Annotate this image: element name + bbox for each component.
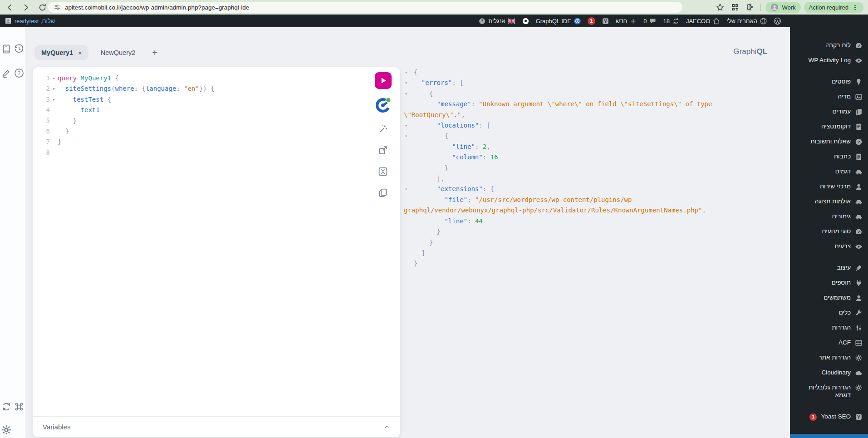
adminbar-item-notification[interactable]: 1 <box>584 15 598 27</box>
sidebar-item-label: כלים <box>839 309 851 317</box>
sidebar-item-label: הגדרות גלובליות דוגמא <box>794 384 851 399</box>
fold-toggle-icon[interactable]: ▾ <box>50 73 58 84</box>
response-line: "message": "Unknown argument \"where\" o… <box>404 99 721 120</box>
close-tab-icon[interactable]: × <box>78 49 82 56</box>
extensions-puzzle-icon[interactable] <box>744 1 756 13</box>
reload-button[interactable] <box>36 1 49 14</box>
variables-section-toggle[interactable]: Variables <box>33 416 400 437</box>
query-tabs: MyQuery1×NewQuery2 + <box>34 45 160 60</box>
sidebar-item-faq[interactable]: ?שאלות ותשובות <box>790 134 868 149</box>
sidebar-item-users[interactable]: משתמשים <box>790 290 868 305</box>
response-line: "file": "/usr/src/wordpress/wp-content/p… <box>404 195 721 216</box>
adminbar-item-my-sites[interactable]: האתרים שלי <box>723 15 770 27</box>
fold-toggle-icon[interactable]: ▾ <box>50 94 58 105</box>
adminbar-item-wordpress-logo[interactable] <box>770 15 785 27</box>
sidebar-item-yoast-seo[interactable]: Yoast SEO1 <box>790 409 868 424</box>
greeting-label: שלום, readytest <box>15 18 55 25</box>
adminbar-item-updates[interactable]: 18 <box>660 15 682 27</box>
back-button[interactable] <box>4 1 16 14</box>
sidebar-item-dashboard[interactable]: לוח בקרה <box>790 38 868 53</box>
help-button[interactable]: ? <box>13 67 25 79</box>
fold-toggle-icon[interactable]: ▾ <box>405 67 407 78</box>
sidebar-item-settings[interactable]: הגדרות <box>790 320 868 335</box>
sidebar-item-service-centers[interactable]: מרכזי שירות <box>790 179 868 194</box>
adminbar-item-site-name[interactable]: JAECOO <box>683 15 723 27</box>
sidebar-item-documentation[interactable]: דוקומנטציה <box>790 119 868 134</box>
fold-spacer <box>50 116 58 126</box>
sidebar-item-wp-activity-log[interactable]: WP Activity Log <box>790 53 868 68</box>
sidebar-item-cloudinary[interactable]: Cloudinary <box>790 365 868 380</box>
execute-query-button[interactable] <box>375 72 392 89</box>
sidebar-item-tools[interactable]: כלים <box>790 305 868 320</box>
forward-button[interactable] <box>20 1 33 14</box>
copy-query-button[interactable] <box>378 187 388 198</box>
prettify-button[interactable] <box>378 123 388 134</box>
merge-fragments-button[interactable] <box>378 166 388 177</box>
editor-toolbar <box>374 72 392 209</box>
site-settings-tune-icon[interactable] <box>54 4 61 11</box>
current-menu-item-highlight[interactable] <box>790 434 868 438</box>
sidebar-item-label: ACF <box>839 339 851 347</box>
bookmark-star-icon[interactable] <box>714 1 726 13</box>
sidebar-item-plugins[interactable]: תוספים <box>790 276 868 290</box>
sidebar-item-trims[interactable]: גימורים <box>790 209 868 224</box>
fold-toggle-icon[interactable]: ▾ <box>405 120 407 131</box>
tab-NewQuery2[interactable]: NewQuery2 <box>94 45 142 60</box>
adminbar-item-new-content[interactable]: חדש <box>613 15 640 27</box>
fold-toggle-icon[interactable]: ▾ <box>405 131 407 141</box>
sidebar-item-articles[interactable]: כתבות <box>790 149 868 164</box>
sidebar-item-colors[interactable]: צבעים <box>790 239 868 254</box>
response-text: "message": "Unknown argument \"where\" o… <box>404 99 721 120</box>
qr-extension-icon[interactable] <box>729 1 741 13</box>
adminbar-item-query-monitor[interactable] <box>519 15 533 27</box>
fold-toggle-icon[interactable]: ▾ <box>405 184 407 194</box>
query-editor[interactable]: 1▾query MyQuery1 {2▾ siteSettings(where:… <box>37 73 368 158</box>
code-line: 7} <box>37 137 368 147</box>
auth-toggle-button[interactable] <box>374 97 392 114</box>
fold-toggle-icon[interactable]: ▾ <box>50 84 58 94</box>
response-text: "column": 16 <box>404 152 721 162</box>
car-icon <box>855 168 863 176</box>
adminbar-item-language[interactable]: אנגלית? <box>475 15 518 27</box>
share-query-button[interactable] <box>378 145 388 156</box>
edit-button[interactable] <box>0 67 13 79</box>
updates-label: 18 <box>663 18 669 25</box>
url-bar[interactable]: apitest.colmobil.co.il/jaecoo/wp-admin/a… <box>48 2 682 13</box>
line-number: 6 <box>37 126 50 137</box>
sidebar-item-pages[interactable]: עמודים <box>790 104 868 119</box>
docs-button[interactable] <box>0 43 13 55</box>
history-button[interactable] <box>13 43 25 55</box>
add-tab-button[interactable]: + <box>149 48 160 58</box>
admin-menu-items: לוח בקרהWP Activity Logפוסטיםמדיהעמודיםד… <box>790 27 868 424</box>
fold-toggle-icon[interactable]: ▾ <box>405 78 407 88</box>
adminbar-item-comments[interactable]: 0 <box>640 15 660 27</box>
profile-chip[interactable]: Work <box>765 2 800 13</box>
keyboard-shortcuts-button[interactable] <box>13 400 25 413</box>
sidebar-item-engine-types[interactable]: סוגי מנועים <box>790 224 868 239</box>
sidebar-item-site-settings[interactable]: הגדרות אתר <box>790 350 868 365</box>
settings-button[interactable] <box>0 423 13 436</box>
sidebar-item-posts[interactable]: פוסטים <box>790 74 868 89</box>
adminbar-greeting[interactable]: שלום, readytest <box>5 15 55 27</box>
response-line: ▾ { <box>404 131 721 141</box>
code-text: } <box>58 126 69 137</box>
query-editor-panel: 1▾query MyQuery1 {2▾ siteSettings(where:… <box>33 67 400 437</box>
tab-MyQuery1[interactable]: MyQuery1× <box>34 45 88 60</box>
adminbar-item-yoast-seo[interactable] <box>598 15 613 27</box>
kebab-menu-icon[interactable] <box>852 4 858 11</box>
sidebar-item-showrooms[interactable]: אולמות תצוגה <box>790 194 868 209</box>
sidebar-item-global-settings-sample[interactable]: הגדרות גלובליות דוגמא <box>790 380 868 403</box>
fold-toggle-icon[interactable]: ▾ <box>405 89 407 99</box>
profile-avatar <box>770 3 779 11</box>
network-icon <box>760 17 767 25</box>
sidebar-item-models[interactable]: דגמים <box>790 164 868 179</box>
sidebar-item-media[interactable]: מדיה <box>790 89 868 104</box>
sidebar-item-label: עמודים <box>832 108 851 116</box>
sidebar-item-appearance[interactable]: עיצוב <box>790 261 868 276</box>
action-required-button[interactable]: Action required <box>804 2 863 13</box>
user-avatar-icon <box>5 17 12 25</box>
refetch-schema-button[interactable] <box>0 400 13 413</box>
code-text: siteSettings(where: {language: "en"}) { <box>58 84 215 94</box>
adminbar-item-graphql-ide[interactable]: GraphQL IDE <box>533 15 584 27</box>
sidebar-item-acf[interactable]: ACF <box>790 335 868 350</box>
